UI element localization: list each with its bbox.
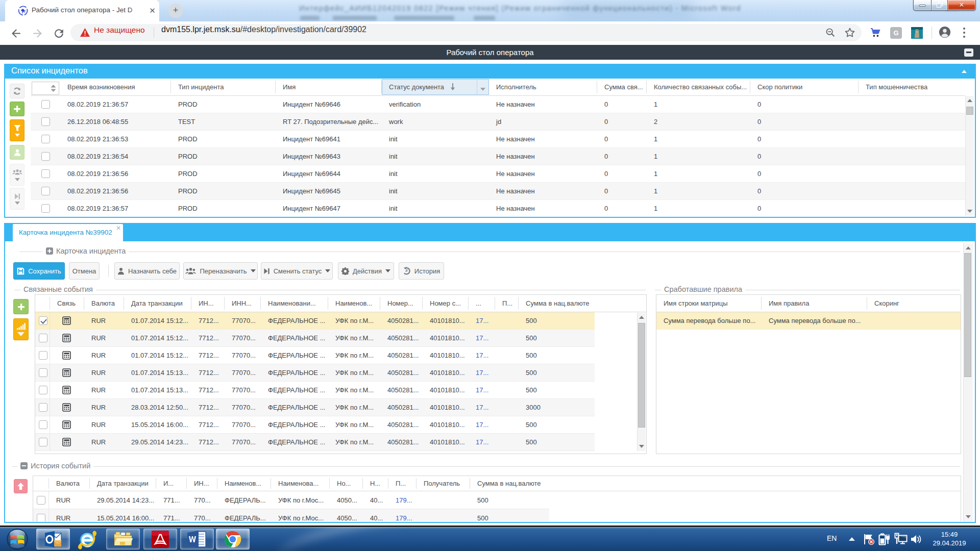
column-header-i[interactable]: И... — [156, 476, 187, 491]
card-panel-scrollbar[interactable] — [963, 243, 973, 521]
row-checkbox[interactable] — [39, 368, 47, 377]
column-header-event-count[interactable]: Количество связанных собы... — [647, 79, 750, 95]
reload-icon[interactable] — [53, 27, 65, 40]
select-all-box[interactable] — [32, 82, 59, 95]
row-checkbox[interactable] — [39, 438, 47, 446]
column-header-type[interactable]: Тип инцидента — [171, 79, 276, 95]
row-checkbox[interactable] — [39, 403, 47, 412]
language-indicator[interactable]: EN — [827, 534, 837, 542]
change-status-button[interactable]: Сменить статус — [261, 262, 333, 280]
column-header-date[interactable]: Дата транзакции — [124, 295, 191, 312]
reassign-button[interactable]: Переназначить — [183, 262, 258, 280]
cancel-button[interactable]: Отмена — [69, 262, 100, 280]
column-header-p[interactable]: П... — [388, 476, 416, 491]
tray-power-battery-icon[interactable] — [878, 533, 891, 546]
column-header-time[interactable]: Время возникновения — [60, 79, 171, 95]
group-assign-split-button[interactable] — [10, 164, 24, 186]
event-link[interactable]: 179... — [388, 496, 416, 504]
save-button[interactable]: Сохранить — [13, 262, 65, 280]
calculator-icon[interactable] — [62, 316, 71, 325]
history-button[interactable]: История — [399, 262, 444, 280]
row-checkbox[interactable] — [41, 100, 50, 109]
column-header-scoring[interactable]: Скоринг — [867, 295, 961, 312]
column-header-assignee[interactable]: Исполнитель — [489, 79, 597, 95]
event-link[interactable]: 17... — [469, 369, 495, 377]
chart-split-button[interactable] — [13, 318, 29, 340]
column-header-name1[interactable]: Наименов... — [217, 476, 271, 491]
g-extension-icon[interactable]: G — [890, 27, 902, 39]
incident-row[interactable]: 08.02.2019 21:36:56 PROD Инцидент №69645… — [31, 183, 965, 200]
calculator-icon[interactable] — [62, 334, 71, 342]
column-header-recipient[interactable]: Получатель — [416, 476, 470, 491]
incident-list-scrollbar[interactable] — [965, 96, 974, 216]
scroll-down-icon[interactable] — [967, 210, 972, 213]
select-all-header[interactable] — [31, 79, 60, 95]
column-header-currency[interactable]: Валюта — [49, 476, 90, 491]
row-checkbox[interactable] — [41, 169, 50, 178]
collapse-up-icon[interactable] — [962, 70, 967, 73]
related-event-row[interactable]: RUR 28.03.2014 12:50... 7712... 77070...… — [35, 399, 595, 416]
incident-row[interactable]: 08.02.2019 21:36:56 PROD Инцидент №69644… — [31, 165, 965, 183]
scroll-up-icon[interactable] — [966, 246, 971, 249]
row-checkbox[interactable] — [41, 204, 50, 213]
event-link[interactable]: 17... — [469, 404, 495, 411]
event-link[interactable]: 17... — [469, 352, 495, 359]
row-checkbox[interactable] — [37, 496, 45, 505]
row-checkbox[interactable] — [41, 152, 50, 161]
zoom-out-icon[interactable] — [825, 27, 836, 38]
column-header-inn1[interactable]: ИН... — [191, 295, 225, 312]
event-history-row[interactable]: RUR 15.05.2014 16:00... 771... 770... ФЕ… — [33, 509, 549, 521]
column-header-amount[interactable]: Сумма в нац.валюте — [519, 295, 646, 312]
row-checkbox[interactable] — [41, 187, 50, 195]
column-header-currency[interactable]: Валюта — [84, 295, 124, 312]
row-checkbox[interactable] — [39, 334, 47, 342]
related-event-row[interactable]: RUR 29.05.2014 14:23... 7712... 77070...… — [35, 434, 595, 451]
column-header-n[interactable]: Н... — [363, 476, 388, 491]
event-link[interactable]: 17... — [469, 421, 495, 429]
taskbar-acrobat-button[interactable] — [143, 529, 177, 549]
incident-row[interactable]: 08.02.2019 21:36:57 PROD Инцидент №69647… — [31, 200, 965, 217]
taskbar-chrome-button[interactable] — [216, 529, 250, 549]
column-header-name[interactable]: Имя — [276, 79, 382, 95]
refresh-button[interactable] — [10, 84, 24, 98]
row-checkbox[interactable] — [41, 135, 50, 143]
column-header-p[interactable]: П... — [495, 295, 519, 312]
row-checkbox[interactable] — [41, 117, 50, 126]
not-secure-label[interactable]: Не защищено — [94, 26, 145, 35]
card-tab-close-icon[interactable]: ✕ — [116, 224, 121, 232]
calculator-icon[interactable] — [62, 351, 71, 360]
assign-user-button[interactable] — [10, 145, 24, 160]
column-header-status-sorted[interactable]: Статус документа — [382, 79, 489, 95]
column-header-link[interactable]: Связь — [50, 295, 84, 312]
volume-icon[interactable] — [910, 533, 922, 545]
network-icon[interactable] — [894, 533, 908, 546]
action-center-flag-icon[interactable] — [863, 533, 875, 545]
collapse-toggle-icon[interactable] — [46, 247, 53, 255]
incident-row[interactable]: 08.02.2019 21:36:57 PROD Инцидент №69646… — [31, 96, 965, 113]
browser-menu-icon[interactable] — [963, 28, 965, 40]
event-link[interactable]: 17... — [469, 438, 495, 446]
row-checkbox[interactable] — [39, 316, 47, 325]
calculator-icon[interactable] — [62, 368, 71, 377]
scroll-down-icon[interactable] — [966, 515, 971, 518]
tab-close-icon[interactable]: ✕ — [148, 6, 157, 15]
column-header-name2[interactable]: Наименова... — [271, 476, 330, 491]
browser-tab[interactable]: Рабочий стол оператора - Jet D ✕ — [5, 0, 159, 21]
event-link[interactable]: 17... — [469, 386, 495, 394]
column-header-sum[interactable]: Сумма свя... — [597, 79, 647, 95]
app-minimize-button[interactable] — [964, 48, 973, 57]
triggered-rule-row[interactable]: Сумма перевода больше по... Сумма перево… — [656, 312, 961, 330]
taskbar-ie-icon[interactable] — [76, 530, 99, 550]
taskbar-word-button[interactable] — [180, 529, 214, 549]
scroll-thumb[interactable] — [964, 253, 971, 377]
related-event-row[interactable]: RUR 01.07.2014 15:12... 7712... 77070...… — [35, 347, 595, 364]
column-header-amount[interactable]: Сумма в нац.валюте — [470, 476, 961, 491]
related-event-row[interactable]: RUR 01.07.2014 15:12... 7712... 77070...… — [35, 312, 595, 330]
column-header-matrix-row[interactable]: Имя строки матрицы — [656, 295, 762, 312]
window-restore-button[interactable] — [931, 0, 948, 11]
column-menu-icon[interactable] — [480, 88, 485, 91]
back-icon[interactable] — [10, 27, 22, 40]
cart-extension-icon[interactable] — [869, 27, 881, 39]
sort-diamond-icon[interactable] — [51, 85, 56, 92]
card-tab[interactable]: Карточка инцидента №39902 ✕ — [13, 224, 123, 241]
